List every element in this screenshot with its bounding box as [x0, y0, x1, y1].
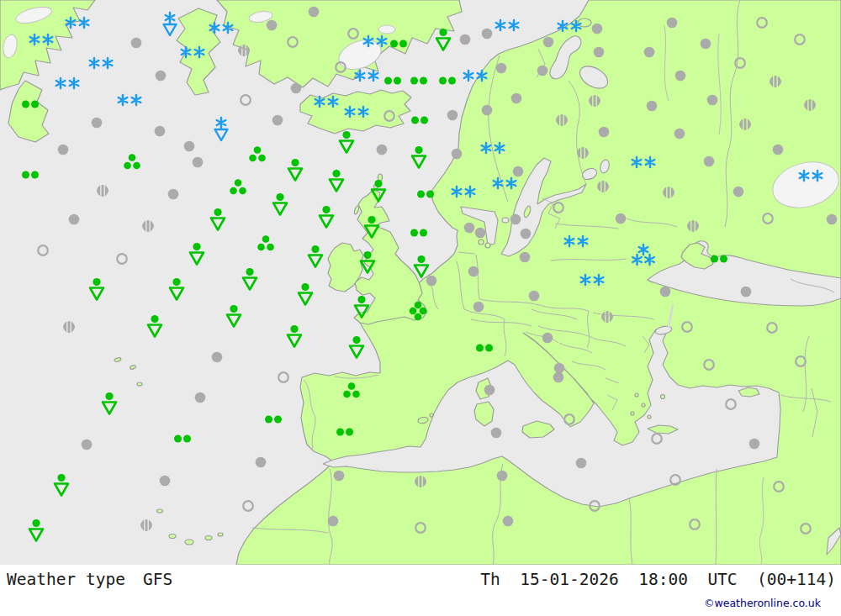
cloudy-icon [520, 252, 531, 263]
cloudy-icon [464, 223, 475, 234]
cloudy-icon [452, 149, 463, 160]
valid-time-label: Th 15-01-2026 18:00 UTC (00+114) [480, 570, 836, 589]
cloudy-icon [377, 145, 388, 155]
cloudy-icon [468, 266, 479, 277]
canary-island [218, 533, 223, 536]
aegean-island [635, 393, 638, 397]
cloudy-icon [827, 214, 838, 225]
cloudy-icon [460, 34, 471, 45]
cloudy-icon [256, 457, 267, 468]
cloudy-icon [482, 29, 493, 39]
cloudy-icon [497, 471, 508, 482]
cloudy-icon [426, 276, 437, 287]
cloudy-icon [554, 363, 565, 374]
minorca [430, 413, 433, 417]
cloudy-icon [733, 187, 744, 197]
cloudy-icon [553, 372, 564, 383]
cloudy-icon [543, 37, 554, 48]
cloudy-icon [168, 189, 179, 200]
cloudy-icon [616, 213, 627, 224]
shetland [378, 174, 383, 181]
cloudy-icon [749, 439, 760, 450]
cloudy-icon [155, 126, 166, 137]
cloudy-icon [701, 39, 711, 50]
cloudy-icon [156, 71, 167, 82]
cloudy-icon [542, 333, 553, 344]
cloudy-icon [496, 63, 507, 74]
copyright-link[interactable]: ©weatheronline.co.uk [704, 597, 821, 609]
cloudy-icon [511, 93, 522, 104]
cloudy-icon [667, 18, 678, 29]
footer: Weather type GFS Th 15-01-2026 18:00 UTC… [0, 565, 841, 616]
cloudy-icon [741, 287, 752, 297]
cloudy-icon [773, 145, 784, 155]
cloudy-icon [675, 71, 686, 82]
cloudy-icon [291, 83, 302, 94]
cloudy-icon [328, 516, 339, 527]
aegean-island [642, 403, 645, 407]
azores-island [137, 382, 142, 386]
cloudy-icon [193, 157, 204, 168]
cloudy-icon [704, 156, 715, 167]
cloudy-icon [674, 129, 685, 140]
cloudy-icon [484, 385, 495, 396]
cloudy-icon [529, 291, 540, 302]
cloudy-icon [473, 302, 484, 313]
cloudy-icon [184, 141, 195, 152]
cloudy-icon [594, 47, 605, 58]
danish-isle [479, 240, 484, 245]
madeira [157, 509, 163, 513]
model-label: GFS [143, 570, 172, 589]
cloudy-icon [92, 118, 103, 129]
cloudy-icon [537, 66, 548, 76]
cloudy-icon [58, 145, 69, 155]
cloudy-icon [334, 471, 345, 482]
cloudy-icon [510, 214, 521, 225]
cloudy-icon [513, 166, 524, 177]
cloudy-icon [475, 228, 486, 239]
cloudy-icon [647, 101, 658, 112]
cloudy-icon [447, 110, 458, 121]
lake-vanern [502, 218, 509, 223]
cloudy-icon [576, 458, 587, 469]
cloudy-icon [195, 392, 206, 403]
cloudy-icon [644, 47, 655, 58]
cloudy-icon [491, 428, 502, 439]
cloudy-icon [592, 24, 603, 34]
cloudy-icon [309, 7, 320, 18]
cloudy-icon [69, 214, 80, 225]
cloudy-icon [503, 516, 514, 527]
aegean-island [631, 412, 634, 415]
cloudy-icon [160, 476, 171, 487]
europe-weather-map [0, 0, 841, 565]
arctic-island [578, 18, 591, 27]
canary-island [169, 534, 176, 539]
cloudy-icon [212, 352, 223, 363]
cloudy-icon [272, 115, 283, 126]
canary-island [205, 536, 212, 540]
product-label: Weather type [7, 570, 125, 589]
cloudy-icon [131, 38, 142, 49]
cloudy-icon [267, 20, 278, 31]
cloudy-icon [521, 229, 532, 240]
canary-island [185, 540, 193, 545]
danish-isle [485, 243, 490, 248]
weather-map-page: Weather type GFS Th 15-01-2026 18:00 UTC… [0, 0, 841, 616]
cloudy-icon [599, 127, 610, 138]
cloudy-icon [82, 440, 93, 450]
aegean-island [648, 415, 651, 419]
cloudy-icon [707, 95, 718, 106]
cloudy-icon [482, 105, 493, 116]
cloudy-icon [660, 287, 671, 297]
rhodes [661, 395, 665, 399]
